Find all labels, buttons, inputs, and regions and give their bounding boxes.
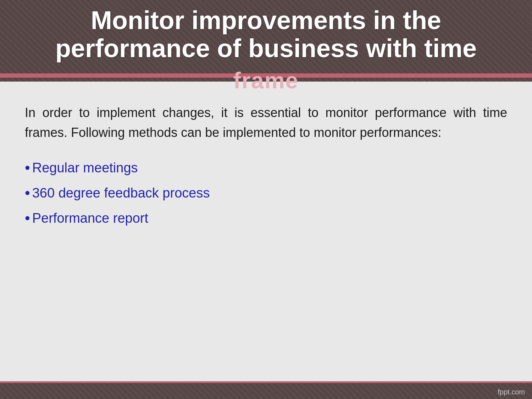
subtitle-text: frame: [233, 68, 299, 93]
bullet-dot-1: •: [25, 160, 30, 175]
title-line-2: performance of business with time: [55, 34, 477, 62]
list-item: • 360 degree feedback process: [25, 185, 507, 201]
subtitle-area: frame: [0, 67, 532, 94]
header-title-container: Monitor improvements in the performance …: [0, 0, 532, 62]
footer-bar: fppt.com: [0, 381, 532, 399]
slide-title: Monitor improvements in the performance …: [21, 6, 511, 62]
list-item: • Performance report: [25, 211, 507, 226]
bullet-dot-2: •: [25, 185, 30, 200]
bullet-item-2: 360 degree feedback process: [32, 185, 210, 201]
footer-accent-bar: [0, 381, 532, 383]
bullet-item-3: Performance report: [32, 211, 148, 226]
footer-watermark: fppt.com: [498, 388, 525, 396]
intro-paragraph: In order to implement changes, it is ess…: [25, 103, 507, 143]
bullet-list: • Regular meetings • 360 degree feedback…: [25, 160, 507, 226]
list-item: • Regular meetings: [25, 160, 507, 176]
footer-hatch-pattern: [0, 381, 532, 399]
main-content: In order to implement changes, it is ess…: [0, 85, 532, 385]
bullet-item-1: Regular meetings: [32, 160, 138, 176]
title-line-1: Monitor improvements in the: [91, 6, 441, 34]
bullet-dot-3: •: [25, 211, 30, 226]
